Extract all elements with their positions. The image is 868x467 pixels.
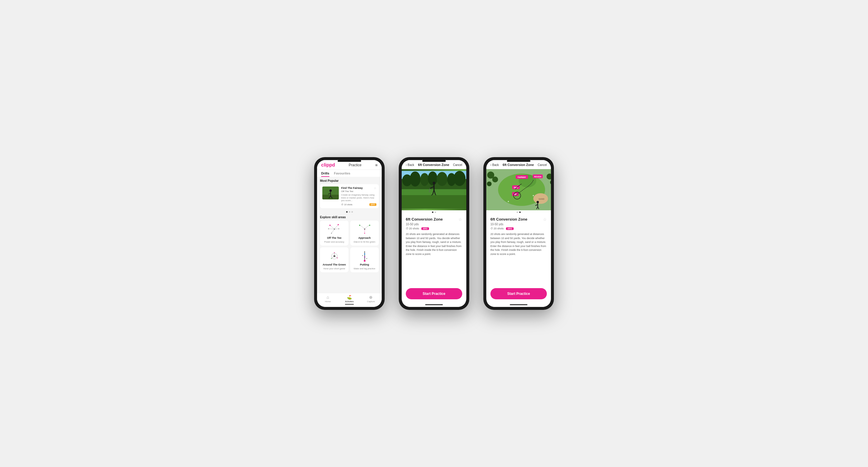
skill-card-arg[interactable]: Around The Green Hone your short game xyxy=(320,247,348,272)
drill-thumbnail xyxy=(322,187,339,199)
detail-title-3: 6ft Conversion Zone xyxy=(490,217,527,222)
detail-badge-3: ARG xyxy=(506,227,514,230)
detail-range-3: 10-50 yds xyxy=(490,223,547,226)
image-dots-2 xyxy=(402,210,466,214)
skill-desc-putting: Make and lag practice xyxy=(354,267,375,270)
dot-2 xyxy=(349,211,350,213)
bottom-nav: ⌂ Home ⛳ Activities ⊕ Capture xyxy=(317,293,382,307)
svg-line-9 xyxy=(334,225,338,229)
svg-point-63 xyxy=(487,181,492,186)
favourite-star[interactable]: ☆ xyxy=(374,187,376,190)
svg-point-41 xyxy=(420,173,429,186)
svg-point-40 xyxy=(410,171,421,187)
svg-text:ROUGH: ROUGH xyxy=(534,176,541,178)
menu-icon[interactable]: ≡ xyxy=(375,163,378,167)
drill-badge: OTT xyxy=(369,203,376,206)
home-bar-2 xyxy=(425,304,443,305)
back-label: Back xyxy=(408,163,414,167)
detail-content-2: 6ft Conversion Zone ☆ 10-50 yds ⏱ 20 sho… xyxy=(402,214,466,286)
home-indicator-2 xyxy=(402,302,466,307)
featured-drill-card[interactable]: Find The Fairway Off The Tee Create an i… xyxy=(320,184,379,208)
back-button-3[interactable]: ‹ Back xyxy=(490,163,499,167)
home-icon: ⌂ xyxy=(327,295,329,300)
svg-point-80 xyxy=(508,201,509,202)
skill-card-putting[interactable]: Putting Make and lag practice xyxy=(350,247,379,272)
phone-2: ‹ Back 6ft Conversion Zone Cancel xyxy=(399,157,469,310)
detail-favourite-star[interactable]: ☆ xyxy=(458,217,462,222)
skill-card-ott[interactable]: Off The Tee Power and accuracy xyxy=(320,221,348,245)
detail-content-3: 6ft Conversion Zone ☆ 10-50 yds ⏱ 20 sho… xyxy=(486,214,551,286)
activities-icon: ⛳ xyxy=(347,295,352,300)
svg-point-16 xyxy=(338,229,339,229)
drill-image-photo xyxy=(402,169,466,210)
skill-desc-approach: Dial-in to hit the green xyxy=(354,240,375,243)
svg-text:FAIRWAY: FAIRWAY xyxy=(518,176,527,178)
phone-1: clippd Practice ≡ Drills Favourites Most… xyxy=(314,157,384,310)
svg-point-75 xyxy=(536,201,539,203)
svg-line-8 xyxy=(330,225,334,229)
img-dot-3-2 xyxy=(519,211,521,213)
skill-card-approach[interactable]: Approach Dial-in to hit the green xyxy=(350,221,379,245)
svg-point-48 xyxy=(433,182,435,185)
screen-3: ‹ Back 6ft Conversion Zone Cancel xyxy=(486,160,551,307)
detail-shots-row-3: ⏱ 20 shots ARG xyxy=(490,227,547,230)
svg-point-43 xyxy=(437,172,447,186)
drill-description: Create an imaginary fairway using trees … xyxy=(341,194,376,202)
capture-icon: ⊕ xyxy=(369,295,373,300)
detail-description-3: 20 shots are randomly generated at dista… xyxy=(490,232,547,256)
nav-home-label: Home xyxy=(325,300,331,303)
detail-header: 6ft Conversion Zone ☆ xyxy=(406,217,462,222)
back-chevron-icon: ‹ xyxy=(406,163,407,167)
detail-shots-3: ⏱ 20 shots xyxy=(490,227,504,230)
detail-favourite-star-3[interactable]: ☆ xyxy=(543,217,547,222)
detail-shots-row: ⏱ 20 shots ARG xyxy=(406,227,462,230)
drill-image-map: SAND FAIRWAY ROUGH xyxy=(486,169,551,210)
tabs: Drills Favourites xyxy=(317,170,382,177)
tab-favourites[interactable]: Favourites xyxy=(334,171,350,177)
img-dot-3-1 xyxy=(517,211,518,213)
phone-notch xyxy=(338,160,361,162)
tab-drills[interactable]: Drills xyxy=(321,171,330,177)
carousel-dots xyxy=(320,210,379,214)
detail-description: 20 shots are randomly generated at dista… xyxy=(406,232,462,256)
svg-line-30 xyxy=(332,256,334,259)
drill-footer: ⏱ 10 shots OTT xyxy=(341,203,376,206)
image-dots-3 xyxy=(486,210,551,214)
svg-point-62 xyxy=(492,176,498,182)
svg-point-20 xyxy=(369,225,370,226)
nav-underline xyxy=(345,304,354,305)
photo-bg xyxy=(402,169,466,210)
phone-notch-2 xyxy=(422,160,446,162)
home-indicator-3 xyxy=(486,302,551,307)
start-practice-button-3[interactable]: Start Practice xyxy=(490,288,547,299)
svg-line-12 xyxy=(332,229,334,233)
detail-header-3: 6ft Conversion Zone ☆ xyxy=(490,217,547,222)
drill-subtitle: Off The Tee xyxy=(341,190,376,193)
skill-desc-arg: Hone your short game xyxy=(323,267,345,270)
svg-point-34 xyxy=(364,254,365,255)
detail-shots: ⏱ 20 shots xyxy=(406,227,419,230)
img-dot-2 xyxy=(435,211,436,213)
svg-point-36 xyxy=(366,258,367,259)
nav-activities[interactable]: ⛳ Activities xyxy=(339,295,360,305)
back-button[interactable]: ‹ Back xyxy=(406,163,414,167)
skill-grid: Off The Tee Power and accuracy xyxy=(320,221,379,272)
skill-name-arg: Around The Green xyxy=(322,263,346,266)
svg-point-42 xyxy=(428,171,437,186)
start-practice-button[interactable]: Start Practice xyxy=(406,288,462,299)
nav-home[interactable]: ⌂ Home xyxy=(317,295,339,305)
page-title: Practice xyxy=(349,163,362,167)
drill-title: Find The Fairway xyxy=(341,187,376,190)
svg-point-13 xyxy=(330,225,331,226)
detail-title: 6ft Conversion Zone xyxy=(406,217,443,222)
nav-activities-label: Activities xyxy=(345,300,354,303)
svg-point-15 xyxy=(328,229,329,229)
back-chevron-icon-3: ‹ xyxy=(490,163,491,167)
svg-point-35 xyxy=(362,255,363,256)
cancel-button-3[interactable]: Cancel xyxy=(538,163,547,167)
detail-badge: ARG xyxy=(422,227,429,230)
cancel-button[interactable]: Cancel xyxy=(453,163,462,167)
svg-point-17 xyxy=(331,233,332,234)
nav-capture[interactable]: ⊕ Capture xyxy=(360,295,382,305)
svg-point-19 xyxy=(359,225,360,226)
